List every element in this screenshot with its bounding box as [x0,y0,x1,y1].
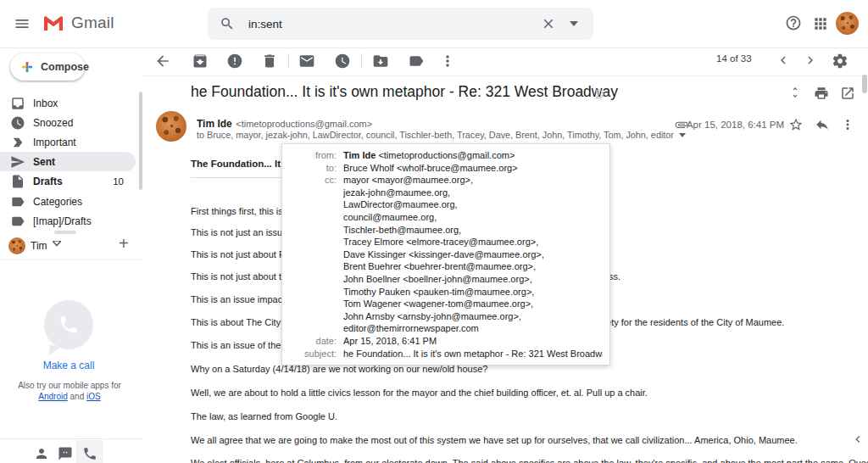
details-value: Brent Buehrer <buehrer-brent@maumee.org>… [343,260,536,273]
sidebar-scrollbar[interactable] [139,92,142,190]
body-paragraph: This is not just an issue [191,227,287,237]
chat-tab-icon[interactable] [58,446,73,461]
body-paragraph: This is about The City o [191,317,288,327]
details-label: to: [282,162,337,175]
sender-name: Tim Ide [197,118,232,130]
make-a-call-link[interactable]: Make a call [17,360,120,371]
mark-unread-icon[interactable] [298,53,315,70]
details-value: council@maumee.org, [343,211,437,224]
star-icon[interactable] [788,117,804,132]
label-icon [10,194,25,209]
label-icon [10,214,25,229]
details-value: Apr 15, 2018, 6:41 PM [343,335,437,348]
body-paragraph: This is not just about Ro [191,249,291,259]
sidebar-item-imap-drafts[interactable]: [Imap]/Drafts [0,211,136,231]
details-value: Dave Kissinger <kissinger-dave@maumee.or… [343,248,544,261]
reply-icon[interactable] [815,117,830,132]
collapse-panel-chevron-icon[interactable] [851,432,865,446]
new-conversation-icon[interactable]: + [119,234,129,254]
hangouts-account-name[interactable]: Tim [31,240,47,252]
settings-gear-icon[interactable] [832,53,849,70]
message-more-options-icon[interactable] [840,117,855,132]
help-icon[interactable] [785,14,802,31]
message-details-popup: from: Tim Ide <timetoproductions@gmail.c… [281,143,610,365]
details-row-to: to: Bruce Wholf <wholf-bruce@maumee.org> [282,162,603,175]
sidebar-item-inbox[interactable]: Inbox [0,93,136,113]
sidebar-item-label: Inbox [33,98,58,109]
details-value: John Arnsby <arnsby-john@maumee.org>, [343,310,521,323]
details-row-cc: Brent Buehrer <buehrer-brent@maumee.org>… [282,260,603,273]
compose-plus-icon [20,60,34,74]
body-paragraph: This is an issue impacti [191,294,287,304]
sidebar-item-label: Categories [33,196,82,208]
recipients-summary[interactable]: to Bruce, mayor, jezak-john, LawDirector… [197,130,686,140]
expand-all-icon[interactable] [788,86,802,99]
contacts-tab-icon[interactable] [34,446,49,461]
body-paragraph: We all agree that we are going to make t… [191,435,798,445]
android-link[interactable]: Android [38,392,67,401]
sidebar-item-drafts[interactable]: Drafts 10 [0,171,136,191]
search-icon[interactable] [220,16,235,31]
clear-search-icon[interactable] [541,16,556,31]
open-in-new-window-icon[interactable] [840,86,855,101]
chevron-down-icon[interactable] [53,241,61,247]
sender-email: <timetoproductions@gmail.com> [236,119,372,129]
labels-icon[interactable] [408,53,425,70]
divider [288,53,289,69]
search-options-caret-icon[interactable] [570,21,578,26]
sender-line: Tim Ide <timetoproductions@gmail.com> [197,115,372,131]
message-date: Apr 15, 2018, 6:41 PM [682,120,784,130]
importance-marker-icon[interactable] [593,87,607,101]
divider [0,438,142,439]
sidebar-item-categories[interactable]: Categories [0,192,136,211]
details-row-cc: Tischler-beth@maumee.org, [282,224,603,237]
message-subject: he Foundation... It is it's own metaphor… [191,83,618,101]
send-icon [10,154,25,170]
sidebar-resize-handle[interactable] [54,231,76,234]
search-input[interactable] [247,17,504,31]
search-bar[interactable] [208,8,593,40]
details-value: LawDirector@maumee.org, [343,198,458,211]
compose-button[interactable]: Compose [10,53,85,81]
sidebar-item-snoozed[interactable]: Snoozed [0,113,136,132]
details-value: John Boellner <boellner-john@maumee.org>… [343,273,532,286]
ios-link[interactable]: iOS [86,392,101,401]
details-from-email: <timetoproductions@gmail.com> [378,150,515,160]
newer-message-icon[interactable] [776,53,791,68]
body-paragraph: Well, we are about to hold a little civi… [191,388,648,398]
snooze-icon[interactable] [334,53,351,70]
report-spam-icon[interactable] [226,53,243,70]
hangouts-avatar[interactable] [8,237,25,254]
show-details-caret-icon[interactable] [679,133,686,137]
sender-avatar[interactable] [156,111,186,142]
details-row-cc: John Boellner <boellner-john@maumee.org>… [282,273,603,286]
details-row-cc: Timothy Pauken <pauken-tim@maumee.org>, [282,286,603,298]
older-message-icon[interactable] [803,53,818,68]
phone-tab-icon[interactable] [82,446,97,461]
message-scrollbar[interactable] [862,75,867,93]
main-menu-icon[interactable] [14,14,34,34]
move-to-icon[interactable] [372,53,389,70]
delete-icon[interactable] [261,53,278,70]
details-value: Tracey Elmore <elmore-tracey@maumee.org>… [343,236,538,248]
details-row-cc: jezak-john@maumee.org, [282,187,603,199]
sidebar-item-label: [Imap]/Drafts [33,215,92,227]
details-label: cc: [282,174,337,187]
gmail-logo[interactable]: Gmail [42,14,114,32]
more-options-icon[interactable] [439,53,456,70]
archive-icon[interactable] [192,53,209,70]
clock-icon [10,115,25,131]
print-icon[interactable] [814,86,829,101]
sidebar-item-important[interactable]: Important [0,132,136,152]
sidebar-item-sent[interactable]: Sent [0,152,136,171]
google-apps-grid-icon[interactable] [812,15,829,32]
top-header: Gmail [0,0,868,48]
importance-marker-icon [10,135,25,150]
details-label: subject: [282,348,337,360]
compose-label: Compose [41,61,89,73]
divider [0,259,142,260]
recipients-text: to Bruce, mayor, jezak-john, LawDirector… [197,130,674,140]
call-bubble-icon [44,300,93,349]
account-avatar[interactable] [836,12,859,35]
back-to-list-icon[interactable] [154,53,171,70]
